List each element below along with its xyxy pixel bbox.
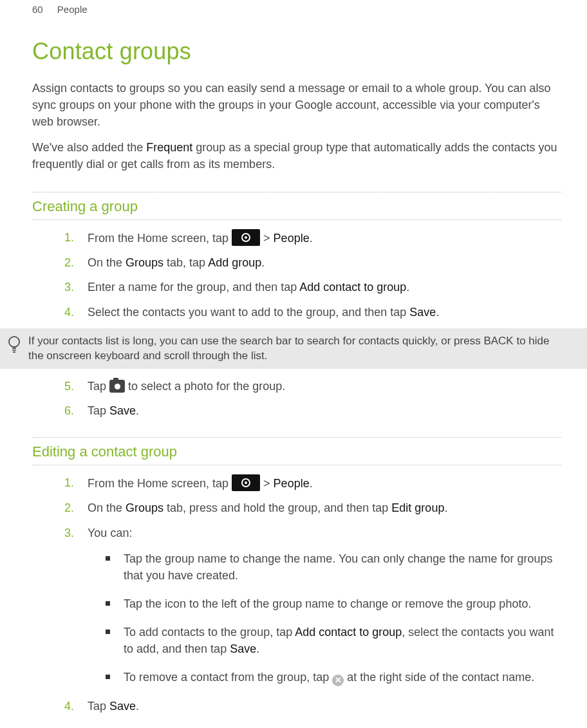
breadcrumb: 60 People	[32, 0, 561, 17]
page: 60 People Contact groups Assign contacts…	[0, 0, 587, 728]
lightbulb-icon	[5, 333, 28, 364]
step-item: 4. Select the contacts you want to add t…	[64, 304, 561, 321]
frequent-label: Frequent	[146, 141, 192, 154]
sub-list: Tap the group name to change the name. Y…	[88, 550, 561, 686]
step-number: 6.	[64, 402, 82, 419]
step-item: 2. On the Groups tab, press and hold the…	[64, 499, 561, 516]
apps-icon	[232, 229, 260, 246]
svg-point-0	[9, 337, 19, 347]
steps-creating: 1. From the Home screen, tap > People. 2…	[32, 229, 561, 320]
step-item: 3. Enter a name for the group, and then …	[64, 279, 561, 295]
step-number: 5.	[64, 378, 82, 395]
step-number: 2.	[64, 499, 82, 516]
section-heading-editing: Editing a contact group	[32, 437, 561, 465]
step-item: 3. You can: Tap the group name to change…	[64, 525, 561, 686]
intro-paragraph-2: We've also added the Frequent group as a…	[32, 139, 561, 173]
page-title: Contact groups	[32, 35, 561, 68]
step-number: 4.	[64, 698, 82, 714]
list-item: Tap the icon to the left of the group na…	[106, 595, 561, 612]
list-item: Tap the group name to change the name. Y…	[106, 550, 561, 584]
step-number: 1.	[64, 474, 82, 491]
step-item: 4. Tap Save.	[64, 698, 561, 714]
steps-editing: 1. From the Home screen, tap > People. 2…	[32, 474, 561, 714]
step-number: 4.	[64, 304, 82, 321]
step-item: 2. On the Groups tab, tap Add group.	[64, 254, 561, 271]
list-item: To remove a contact from the group, tap …	[106, 669, 561, 686]
step-item: 1. From the Home screen, tap > People.	[64, 229, 561, 247]
step-item: 6. Tap Save.	[64, 402, 561, 419]
steps-creating-cont: 5. Tap to select a photo for the group. …	[32, 378, 561, 419]
camera-icon	[109, 380, 125, 393]
tip-text: If your contacts list is long, you can u…	[28, 333, 556, 364]
step-item: 1. From the Home screen, tap > People.	[64, 474, 561, 492]
tip-callout: If your contacts list is long, you can u…	[0, 328, 587, 369]
step-number: 2.	[64, 254, 82, 271]
list-item: To add contacts to the group, tap Add co…	[106, 624, 561, 657]
page-number: 60	[32, 4, 43, 15]
step-number: 1.	[64, 229, 82, 246]
apps-icon	[232, 474, 260, 491]
step-number: 3.	[64, 525, 82, 541]
close-icon: ✕	[332, 675, 344, 686]
intro-paragraph-1: Assign contacts to groups so you can eas…	[32, 80, 561, 130]
step-item: 5. Tap to select a photo for the group.	[64, 378, 561, 395]
section-heading-creating: Creating a group	[32, 192, 561, 220]
section-name: People	[57, 4, 88, 15]
step-number: 3.	[64, 279, 82, 295]
